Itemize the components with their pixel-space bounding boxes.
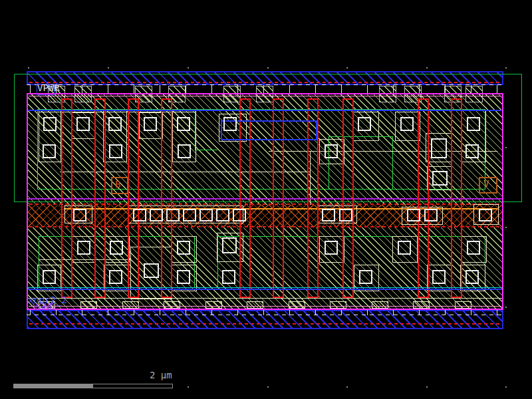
rail-red-dash bbox=[29, 323, 502, 325]
pin-b-label: B bbox=[115, 180, 120, 189]
grid-dot bbox=[108, 67, 109, 68]
grid-dot bbox=[346, 386, 348, 388]
grid-dot bbox=[505, 227, 507, 228]
grid-dot bbox=[426, 67, 428, 68]
grid-dot bbox=[505, 307, 507, 308]
pin-v-label: V bbox=[483, 179, 489, 188]
grid-dot bbox=[188, 67, 189, 68]
cell-boundary-inner bbox=[29, 306, 501, 307]
grid-dot bbox=[346, 67, 348, 68]
grid-dot bbox=[267, 386, 269, 388]
li-rail-ticks bbox=[30, 310, 502, 315]
vgnd-label: VGND bbox=[33, 302, 55, 311]
scalebar-solid-segment bbox=[13, 384, 92, 388]
cell-boundary bbox=[27, 93, 503, 310]
layout-canvas[interactable]: VPWR xnor2_2 VGND B V 2 µm bbox=[0, 0, 532, 399]
cell-boundary-inner bbox=[29, 96, 501, 96]
vpwr-label: VPWR bbox=[37, 83, 60, 92]
grid-dot bbox=[188, 386, 189, 388]
grid-dot bbox=[267, 67, 269, 68]
grid-dot bbox=[505, 386, 507, 388]
scalebar-outline-segment bbox=[92, 384, 173, 388]
scalebar-label: 2 µm bbox=[150, 370, 172, 380]
grid-dot bbox=[426, 386, 428, 388]
grid-dot bbox=[505, 67, 507, 68]
grid-dot bbox=[28, 67, 29, 68]
